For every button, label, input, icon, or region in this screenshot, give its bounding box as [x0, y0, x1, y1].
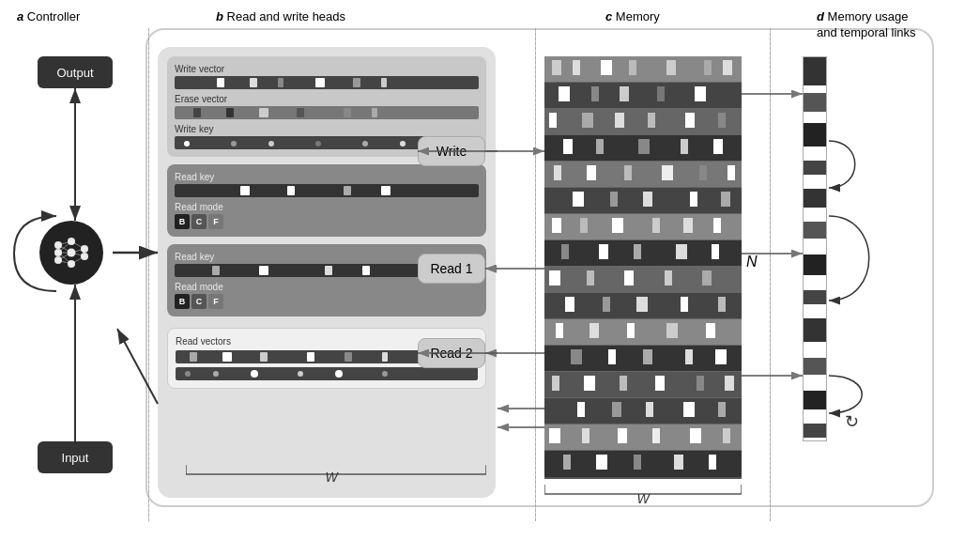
read-mode-1-row: Read mode B C F	[175, 202, 479, 229]
memory-grid	[544, 56, 742, 479]
svg-text:W: W	[325, 470, 339, 484]
write-vector-bar	[175, 76, 479, 89]
mode-f-1: F	[208, 214, 223, 229]
mode-c-1: C	[191, 214, 207, 229]
write-vector-label: Write vector	[175, 64, 479, 74]
write-button: Write	[418, 136, 485, 166]
separator-2	[535, 28, 536, 521]
mode-b-1: B	[175, 214, 190, 229]
section-label-d: d Memory usage and temporal links	[817, 9, 916, 41]
svg-line-18	[71, 256, 84, 264]
n-label: N	[746, 254, 758, 270]
w-bracket-svg-memory: W	[544, 485, 742, 503]
section-label-b: b Read and write heads	[216, 9, 345, 23]
write-key-label: Write key	[175, 124, 479, 134]
read2-button: Read 2	[418, 338, 485, 368]
neural-net-icon	[51, 232, 92, 273]
w-bracket-memory: W	[544, 485, 742, 506]
read-mode-1-bcf: B C F	[175, 214, 479, 229]
controller-circle	[39, 221, 103, 285]
diagram-container: a Controller b Read and write heads c Me…	[0, 0, 980, 540]
read-key-1-row: Read key	[175, 172, 479, 197]
write-vector-row: Write vector	[175, 64, 479, 89]
svg-line-15	[71, 241, 84, 249]
erase-vector-row: Erase vector	[175, 94, 479, 119]
separator-3	[770, 28, 771, 521]
section-label-a: a Controller	[17, 9, 80, 23]
read-key-1-label: Read key	[175, 172, 479, 182]
read-mode-2-row: Read mode B C F	[175, 282, 479, 309]
w-bracket-heads: W	[186, 465, 467, 486]
erase-vector-bar	[175, 106, 479, 119]
read-head-1-panel: Read key Read mode B C F	[167, 164, 486, 237]
svg-text:W: W	[636, 491, 651, 503]
mode-c-2: C	[191, 294, 207, 309]
read-key-1-bar	[175, 184, 479, 197]
read1-button: Read 1	[418, 254, 485, 284]
usage-bar	[803, 56, 827, 441]
section-label-c: c Memory	[605, 9, 660, 23]
w-bracket-svg-heads: W	[186, 465, 486, 484]
separator-1	[148, 28, 149, 521]
erase-vector-label: Erase vector	[175, 94, 479, 104]
mode-f-2: F	[208, 294, 223, 309]
read-mode-1-label: Read mode	[175, 202, 479, 212]
read-mode-2-bcf: B C F	[175, 294, 479, 309]
output-box: Output	[38, 56, 113, 88]
mode-b-2: B	[175, 294, 190, 309]
input-box: Input	[38, 441, 113, 473]
read-vector-bar-2	[176, 367, 478, 380]
